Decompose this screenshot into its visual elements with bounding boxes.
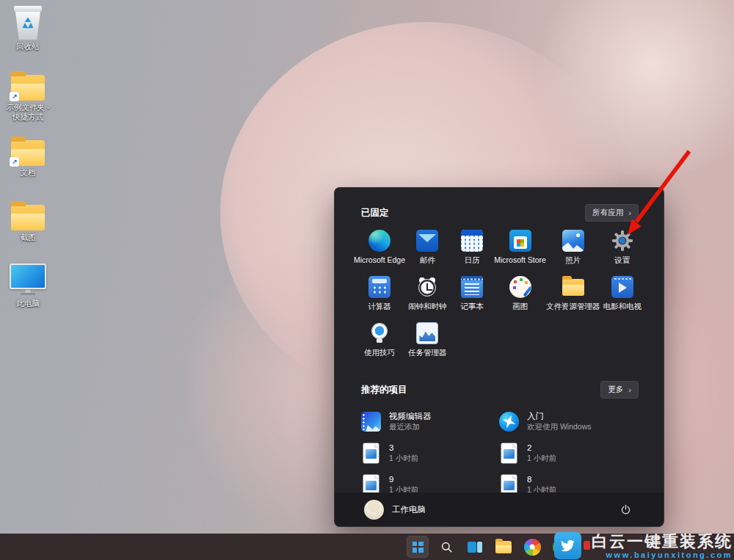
task-view-button[interactable] (464, 536, 486, 558)
pinned-app-paint[interactable]: 画图 (494, 274, 546, 320)
taskbar-icons (407, 534, 572, 560)
browser-color-wheel-button[interactable] (521, 536, 543, 558)
image-file-icon (363, 475, 379, 495)
app-label: 电影和电视 (603, 302, 642, 312)
app-label: Microsoft Edge (354, 255, 405, 264)
recommended-title: 2 (527, 443, 556, 454)
pinned-app-calendar[interactable]: 日历 (450, 228, 495, 274)
pinned-app-photos[interactable]: 照片 (546, 228, 600, 274)
app-label: 记事本 (460, 302, 484, 312)
search-button[interactable] (435, 536, 457, 558)
folder-shape (11, 205, 45, 230)
app-label: 文件资源管理器 (546, 302, 600, 312)
app-label: 邮件 (420, 255, 435, 266)
desktop-icon-label: 示例文件夹 - 快捷方式 (4, 103, 51, 122)
recommended-item-video-editor[interactable]: 视频编辑器 最近添加 (361, 406, 499, 437)
folder-shape (562, 279, 584, 296)
video-editor-icon (361, 412, 381, 432)
lightbulb-icon (368, 322, 390, 344)
all-apps-label: 所有应用 (592, 208, 623, 218)
app-label: 设置 (614, 255, 630, 266)
pinned-section-header: 已固定 所有应用 › (335, 188, 664, 226)
desktop-icon-folder[interactable]: 截图 (4, 200, 51, 242)
pinned-app-alarms-clock[interactable]: 闹钟和时钟 (405, 274, 450, 320)
all-apps-button[interactable]: 所有应用 › (585, 204, 639, 222)
microsoft-store-icon (509, 230, 531, 252)
app-label: 闹钟和时钟 (408, 302, 447, 312)
shortcut-arrow-icon (10, 157, 19, 167)
recommended-title: 9 (389, 474, 418, 485)
chrome-icon (553, 539, 570, 556)
start-menu-footer: 工作电脑 (335, 492, 664, 526)
recycle-bin-icon (13, 6, 43, 40)
pinned-app-calculator[interactable]: 计算器 (354, 274, 405, 320)
recommended-item-get-started[interactable]: 入门 欢迎使用 Windows (499, 406, 637, 437)
image-file-icon (501, 443, 517, 463)
app-label: Microsoft Store (494, 255, 546, 264)
pinned-header-title: 已固定 (361, 207, 389, 219)
monitor-icon (10, 263, 46, 297)
recommended-title: 视频编辑器 (389, 411, 432, 422)
recommended-item-file-3[interactable]: 3 1 小时前 (361, 437, 499, 469)
recommended-title: 入门 (527, 411, 592, 422)
alarm-clock-icon (416, 276, 438, 298)
settings-gear-icon (611, 230, 633, 252)
start-menu-panel: 已固定 所有应用 › Microsoft Edge 邮件 日历 Microsof… (334, 187, 664, 527)
pinned-app-movies-tv[interactable]: 电影和电视 (600, 274, 644, 320)
desktop-icon-folder-shortcut[interactable]: 示例文件夹 - 快捷方式 (4, 70, 51, 122)
taskbar (0, 534, 734, 560)
chevron-right-icon: › (628, 209, 631, 217)
pinned-app-file-explorer[interactable]: 文件资源管理器 (546, 274, 600, 320)
task-manager-icon (416, 322, 438, 344)
desktop-icon-this-pc[interactable]: 此电脑 (4, 263, 51, 308)
desktop-icon-label: 截图 (21, 233, 36, 242)
shortcut-arrow-icon (10, 92, 19, 101)
folder-icon (11, 135, 45, 166)
recommended-subtitle: 1 小时前 (527, 454, 556, 464)
microsoft-edge-icon (368, 230, 390, 252)
file-explorer-button[interactable] (493, 536, 515, 558)
app-label: 画图 (512, 302, 528, 312)
recommended-header-title: 推荐的项目 (361, 384, 407, 396)
image-file-icon (363, 443, 379, 463)
pinned-app-microsoft-store[interactable]: Microsoft Store (494, 228, 546, 274)
chrome-button[interactable] (550, 536, 572, 558)
pinned-app-notepad[interactable]: 记事本 (450, 274, 495, 320)
image-file-icon (501, 475, 517, 495)
desktop-icon-recycle-bin[interactable]: 回收站 (4, 6, 51, 51)
pinned-app-microsoft-edge[interactable]: Microsoft Edge (354, 228, 405, 274)
calculator-icon (368, 276, 390, 298)
pinned-app-tips[interactable]: 使用技巧 (354, 320, 405, 366)
recommended-subtitle: 欢迎使用 Windows (527, 422, 592, 432)
pinned-app-task-manager[interactable]: 任务管理器 (405, 320, 450, 366)
movies-tv-icon (611, 276, 633, 298)
mail-icon (416, 230, 438, 252)
more-button[interactable]: 更多 › (600, 381, 639, 399)
folder-icon (495, 541, 512, 553)
get-started-icon (499, 412, 519, 432)
folder-icon (11, 70, 45, 101)
monitor-shape (10, 263, 46, 289)
app-label: 照片 (565, 255, 581, 266)
chevron-right-icon: › (628, 386, 631, 394)
recommended-title: 8 (527, 474, 556, 485)
paint-palette-icon (509, 276, 531, 298)
recommended-section-header: 推荐的项目 更多 › (335, 366, 664, 403)
user-name-label: 工作电脑 (392, 504, 426, 515)
start-button[interactable] (407, 536, 429, 558)
user-account-button[interactable]: 工作电脑 (364, 500, 426, 520)
recommended-item-file-2[interactable]: 2 1 小时前 (499, 437, 637, 469)
calendar-icon (461, 230, 483, 252)
pinned-app-mail[interactable]: 邮件 (405, 228, 450, 274)
desktop-icon-folder-shortcut-2[interactable]: 文档 (4, 135, 51, 178)
app-label: 日历 (464, 255, 479, 266)
task-view-icon (468, 542, 482, 553)
power-button[interactable] (614, 498, 637, 521)
pinned-apps-grid: Microsoft Edge 邮件 日历 Microsoft Store 照片 (335, 226, 664, 366)
recommended-subtitle: 1 小时前 (389, 454, 418, 464)
recommended-subtitle: 最近添加 (389, 422, 432, 432)
recommended-title: 3 (389, 443, 418, 454)
windows-logo-icon (413, 542, 424, 553)
pinned-app-settings[interactable]: 设置 (600, 228, 644, 274)
photos-icon (562, 230, 584, 252)
